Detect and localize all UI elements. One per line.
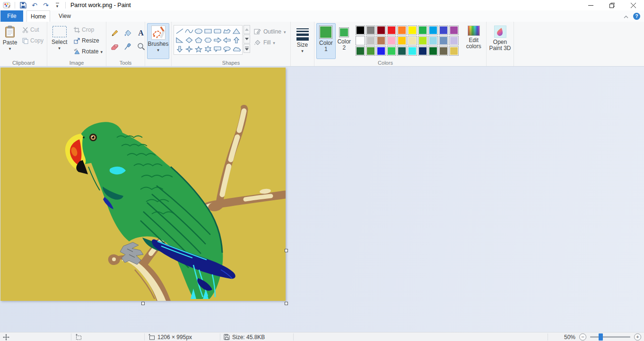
- crop-button[interactable]: Crop: [72, 25, 104, 34]
- shape-hexagon[interactable]: [203, 35, 213, 44]
- fill-tool[interactable]: [122, 27, 134, 39]
- palette-swatch[interactable]: [376, 46, 386, 56]
- palette-swatch[interactable]: [439, 36, 448, 45]
- shape-arrow-down[interactable]: [175, 44, 184, 53]
- help-button[interactable]: ?: [633, 13, 640, 20]
- tab-view[interactable]: View: [53, 10, 77, 22]
- shape-polygon[interactable]: [222, 26, 232, 35]
- size-button[interactable]: Size ▾: [293, 23, 312, 59]
- open-paint3d-button[interactable]: OpenPaint 3D: [488, 23, 512, 59]
- redo-button[interactable]: ↷: [42, 1, 50, 9]
- shape-rounded-rectangle[interactable]: [213, 26, 222, 35]
- palette-swatch[interactable]: [418, 26, 427, 35]
- palette-swatch[interactable]: [356, 36, 365, 45]
- color2-button[interactable]: Color2: [336, 23, 353, 59]
- color1-button[interactable]: Color1: [316, 23, 336, 59]
- canvas-resize-handle-bottom[interactable]: [141, 302, 145, 305]
- paste-button[interactable]: Paste ▾: [2, 23, 18, 59]
- rotate-button[interactable]: Rotate ▾: [72, 47, 104, 56]
- restore-button[interactable]: [601, 0, 623, 10]
- palette-swatch[interactable]: [397, 26, 407, 35]
- edit-colors-button[interactable]: Editcolors: [463, 23, 484, 59]
- palette-swatch[interactable]: [356, 46, 365, 56]
- zoom-out-button[interactable]: −: [579, 333, 586, 341]
- brushes-dropdown-caret[interactable]: ▾: [157, 48, 159, 52]
- shape-pentagon[interactable]: [194, 35, 203, 44]
- shapes-more-button[interactable]: [244, 44, 250, 53]
- palette-swatch[interactable]: [418, 46, 427, 56]
- cut-button[interactable]: Cut: [21, 25, 45, 34]
- drawing-canvas[interactable]: [0, 68, 286, 301]
- select-dropdown-caret[interactable]: ▾: [58, 46, 61, 50]
- palette-swatch[interactable]: [387, 26, 396, 35]
- shape-arrow-right[interactable]: [213, 35, 222, 44]
- palette-swatch[interactable]: [418, 36, 427, 45]
- shapes-scroll-up-button[interactable]: [244, 25, 250, 34]
- palette-swatch[interactable]: [356, 26, 365, 35]
- shape-five-point-star[interactable]: [194, 44, 203, 53]
- shape-four-point-star[interactable]: [184, 44, 194, 53]
- shape-curve[interactable]: [184, 26, 194, 35]
- shape-arrow-left[interactable]: [222, 35, 232, 44]
- select-button[interactable]: Select ▾: [49, 23, 70, 59]
- palette-swatch[interactable]: [449, 26, 459, 35]
- palette-swatch[interactable]: [366, 46, 375, 56]
- palette-swatch[interactable]: [408, 46, 417, 56]
- undo-button[interactable]: ↶: [30, 1, 39, 9]
- shape-triangle[interactable]: [232, 26, 241, 35]
- minimize-button[interactable]: [580, 0, 601, 10]
- shapes-scroll-down-button[interactable]: [244, 34, 250, 43]
- brushes-button[interactable]: Brushes ▾: [147, 23, 169, 59]
- collapse-ribbon-icon[interactable]: [624, 12, 628, 20]
- customize-qat-button[interactable]: ▾: [53, 1, 61, 9]
- shape-rectangle[interactable]: [203, 26, 213, 35]
- zoom-in-button[interactable]: +: [634, 333, 641, 341]
- tab-home[interactable]: Home: [26, 10, 50, 22]
- palette-swatch[interactable]: [408, 36, 417, 45]
- zoom-slider[interactable]: [590, 336, 630, 338]
- palette-swatch[interactable]: [428, 26, 438, 35]
- fill-button[interactable]: Fill ▾: [254, 39, 286, 46]
- zoom-slider-thumb[interactable]: [599, 333, 603, 341]
- palette-swatch[interactable]: [376, 36, 386, 45]
- palette-swatch[interactable]: [439, 26, 448, 35]
- palette-swatch[interactable]: [366, 26, 375, 35]
- palette-swatch[interactable]: [387, 46, 396, 56]
- shape-right-triangle[interactable]: [175, 35, 184, 44]
- shape-line[interactable]: [175, 26, 184, 35]
- palette-swatch[interactable]: [428, 36, 438, 45]
- palette-swatch[interactable]: [376, 26, 386, 35]
- shape-cloud-callout[interactable]: [232, 44, 241, 53]
- resize-button[interactable]: Resize: [72, 36, 104, 45]
- shape-oval[interactable]: [194, 26, 203, 35]
- copy-button[interactable]: Copy: [21, 36, 45, 45]
- palette-swatch[interactable]: [387, 36, 396, 45]
- palette-swatch[interactable]: [428, 46, 438, 56]
- pencil-tool[interactable]: [108, 27, 121, 39]
- fill-dropdown-caret[interactable]: ▾: [273, 41, 275, 45]
- shape-arrow-up[interactable]: [232, 35, 241, 44]
- save-button[interactable]: [19, 1, 27, 9]
- shape-rounded-callout[interactable]: [213, 44, 222, 53]
- size-dropdown-caret[interactable]: ▾: [301, 49, 304, 53]
- palette-swatch[interactable]: [408, 26, 417, 35]
- palette-swatch[interactable]: [449, 36, 459, 45]
- palette-swatch[interactable]: [397, 36, 407, 45]
- shape-diamond[interactable]: [184, 35, 194, 44]
- outline-dropdown-caret[interactable]: ▾: [284, 30, 286, 34]
- color-picker-tool[interactable]: [122, 40, 134, 52]
- outline-button[interactable]: Outline ▾: [254, 28, 286, 35]
- paste-dropdown-caret[interactable]: ▾: [9, 47, 11, 51]
- canvas-resize-handle-right[interactable]: [285, 249, 288, 252]
- palette-swatch[interactable]: [449, 46, 459, 56]
- palette-swatch[interactable]: [397, 46, 407, 56]
- shape-oval-callout[interactable]: [222, 44, 232, 53]
- palette-swatch[interactable]: [366, 36, 375, 45]
- eraser-tool[interactable]: [108, 40, 121, 52]
- shape-six-point-star[interactable]: [203, 44, 213, 53]
- tab-file[interactable]: File: [0, 10, 23, 22]
- rotate-dropdown-caret[interactable]: ▾: [100, 50, 103, 54]
- canvas-resize-handle-corner[interactable]: [285, 302, 288, 305]
- palette-swatch[interactable]: [439, 46, 448, 56]
- close-button[interactable]: [623, 0, 644, 10]
